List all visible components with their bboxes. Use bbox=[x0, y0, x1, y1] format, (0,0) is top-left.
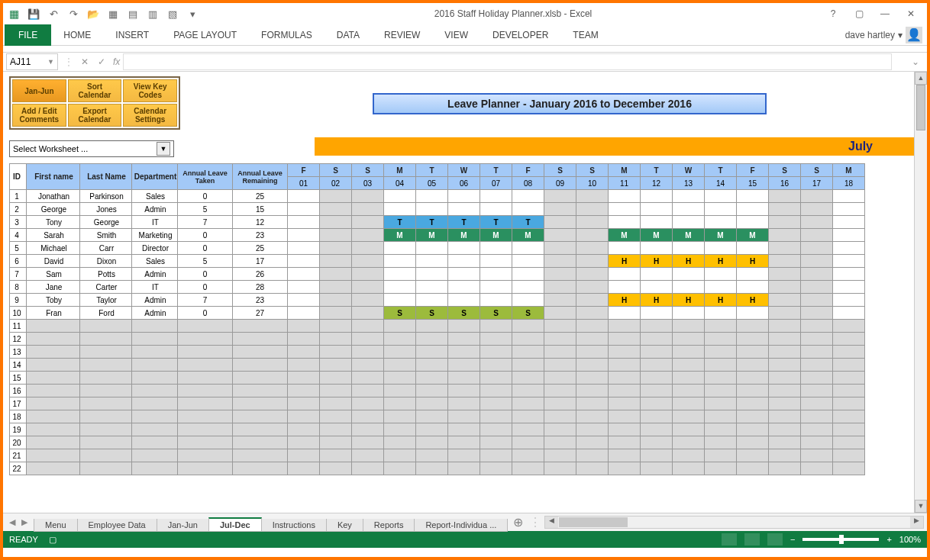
table-row[interactable]: 11 bbox=[10, 320, 865, 333]
add-edit-comments-button[interactable]: Add / Edit Comments bbox=[12, 104, 66, 127]
tab-review[interactable]: REVIEW bbox=[372, 24, 432, 46]
undo-icon[interactable]: ↶ bbox=[46, 6, 61, 21]
worksheet-content[interactable]: Jan-Jun Sort Calendar View Key Codes Add… bbox=[3, 72, 914, 513]
normal-view-icon[interactable] bbox=[722, 533, 737, 546]
tab-nav-next-icon[interactable]: ▶ bbox=[21, 517, 27, 527]
tab-page-layout[interactable]: PAGE LAYOUT bbox=[161, 24, 249, 46]
sheet-tab-employee-data[interactable]: Employee Data bbox=[77, 519, 157, 532]
status-bar: READY ▢ − + 100% bbox=[3, 531, 927, 548]
zoom-out-icon[interactable]: − bbox=[790, 535, 795, 544]
macro-record-icon[interactable]: ▢ bbox=[49, 535, 57, 545]
table-row[interactable]: 22 bbox=[10, 462, 865, 475]
tab-developer[interactable]: DEVELOPER bbox=[480, 24, 560, 46]
zoom-slider[interactable] bbox=[802, 538, 879, 541]
name-box-dropdown-icon[interactable]: ▼ bbox=[47, 58, 54, 66]
close-icon[interactable]: ✕ bbox=[901, 6, 921, 21]
qat-icon-5[interactable]: 📂 bbox=[86, 6, 101, 21]
zoom-in-icon[interactable]: + bbox=[886, 535, 891, 544]
sheet-tab-jan-jun[interactable]: Jan-Jun bbox=[157, 519, 209, 532]
tab-data[interactable]: DATA bbox=[325, 24, 372, 46]
avatar-icon: 👤 bbox=[906, 27, 922, 43]
jan-jun-button[interactable]: Jan-Jun bbox=[12, 79, 66, 102]
formula-input[interactable] bbox=[123, 53, 892, 70]
planner-table[interactable]: IDFirst nameLast NameDepartmentAnnual Le… bbox=[9, 163, 865, 475]
name-box-value: AJ11 bbox=[10, 56, 31, 67]
redo-icon[interactable]: ↷ bbox=[66, 6, 81, 21]
table-row[interactable]: 19 bbox=[10, 423, 865, 436]
expand-formula-icon[interactable]: ⌄ bbox=[907, 56, 924, 67]
status-ready: READY bbox=[9, 535, 38, 545]
tab-insert[interactable]: INSERT bbox=[103, 24, 161, 46]
export-calendar-button[interactable]: Export Calendar bbox=[68, 104, 122, 127]
scroll-up-icon[interactable]: ▲ bbox=[915, 72, 927, 85]
enter-icon[interactable]: ✓ bbox=[93, 56, 110, 67]
table-row[interactable]: 9TobyTaylorAdmin723HHHHH bbox=[10, 294, 865, 307]
ribbon-display-icon[interactable]: ▢ bbox=[849, 6, 869, 21]
scroll-right-icon[interactable]: ▶ bbox=[910, 517, 923, 528]
table-row[interactable]: 8JaneCarterIT028 bbox=[10, 281, 865, 294]
formula-bar: AJ11 ▼ ⋮ ✕ ✓ fx ⌄ bbox=[3, 52, 927, 72]
cancel-icon[interactable]: ✕ bbox=[76, 56, 93, 67]
qat-icon-8[interactable]: ▥ bbox=[145, 6, 160, 21]
month-header-row: July bbox=[315, 137, 914, 156]
table-row[interactable]: 12 bbox=[10, 333, 865, 346]
sheet-tab-reports[interactable]: Reports bbox=[363, 519, 415, 532]
table-row[interactable]: 6DavidDixonSales517HHHHH bbox=[10, 255, 865, 268]
worksheet-select-dropdown-icon[interactable]: ▼ bbox=[157, 142, 170, 156]
table-row[interactable]: 20 bbox=[10, 436, 865, 449]
sheet-tab-report-individua-[interactable]: Report-Individua ... bbox=[414, 519, 508, 532]
table-row[interactable]: 2GeorgeJonesAdmin515 bbox=[10, 203, 865, 216]
planner-title: Leave Planner - January 2016 to December… bbox=[373, 93, 767, 114]
help-icon[interactable]: ? bbox=[823, 6, 843, 21]
table-row[interactable]: 1JonathanParkinsonSales025 bbox=[10, 190, 865, 203]
sheet-tab-instructions[interactable]: Instructions bbox=[261, 519, 327, 532]
planner-toolbar: Jan-Jun Sort Calendar View Key Codes Add… bbox=[9, 76, 180, 130]
user-account[interactable]: dave hartley ▾ 👤 bbox=[845, 27, 927, 43]
scroll-down-icon[interactable]: ▼ bbox=[915, 500, 927, 513]
qat-dropdown-icon[interactable]: ▾ bbox=[185, 6, 200, 21]
tab-nav-prev-icon[interactable]: ◀ bbox=[9, 517, 15, 527]
table-row[interactable]: 7SamPottsAdmin026 bbox=[10, 268, 865, 281]
tab-view[interactable]: VIEW bbox=[432, 24, 480, 46]
calendar-settings-button[interactable]: Calendar Settings bbox=[123, 104, 177, 127]
horizontal-scrollbar[interactable]: ◀ ▶ bbox=[544, 516, 924, 529]
qat-icon-7[interactable]: ▤ bbox=[125, 6, 140, 21]
qat-icon-9[interactable]: ▧ bbox=[165, 6, 180, 21]
save-icon[interactable]: 💾 bbox=[26, 6, 41, 21]
tab-home[interactable]: HOME bbox=[51, 24, 103, 46]
table-row[interactable]: 5MichaelCarrDirector025 bbox=[10, 242, 865, 255]
table-row[interactable]: 16 bbox=[10, 385, 865, 397]
table-row[interactable]: 18 bbox=[10, 410, 865, 423]
table-row[interactable]: 4SarahSmithMarketing023MMMMMMMMMM bbox=[10, 229, 865, 242]
qat-icon-6[interactable]: ▦ bbox=[105, 6, 121, 21]
new-sheet-icon[interactable]: ⊕ bbox=[507, 515, 529, 529]
table-row[interactable]: 13 bbox=[10, 346, 865, 359]
fx-icon[interactable]: fx bbox=[110, 56, 123, 67]
table-row[interactable]: 14 bbox=[10, 359, 865, 372]
page-break-view-icon[interactable] bbox=[767, 533, 783, 546]
hscroll-thumb[interactable] bbox=[559, 517, 628, 527]
view-key-codes-button[interactable]: View Key Codes bbox=[123, 79, 177, 102]
tab-team[interactable]: TEAM bbox=[560, 24, 610, 46]
table-row[interactable]: 15 bbox=[10, 372, 865, 385]
tab-file[interactable]: FILE bbox=[5, 24, 51, 46]
sheet-tab-key[interactable]: Key bbox=[326, 519, 363, 532]
sheet-tab-menu[interactable]: Menu bbox=[34, 519, 78, 532]
table-row[interactable]: 10FranFordAdmin027SSSSS bbox=[10, 307, 865, 320]
scroll-thumb[interactable] bbox=[916, 85, 925, 130]
minimize-icon[interactable]: — bbox=[875, 6, 895, 21]
table-row[interactable]: 17 bbox=[10, 397, 865, 410]
tab-formulas[interactable]: FORMULAS bbox=[249, 24, 325, 46]
table-row[interactable]: 3TonyGeorgeIT712TTTTT bbox=[10, 216, 865, 229]
name-box[interactable]: AJ11 ▼ bbox=[6, 53, 58, 70]
scroll-left-icon[interactable]: ◀ bbox=[545, 517, 558, 528]
table-row[interactable]: 21 bbox=[10, 449, 865, 462]
sheet-tab-jul-dec[interactable]: Jul-Dec bbox=[208, 517, 262, 532]
worksheet-select-label: Select Worksheet ... bbox=[13, 144, 88, 153]
sort-calendar-button[interactable]: Sort Calendar bbox=[68, 79, 122, 102]
vertical-scrollbar[interactable]: ▲ ▼ bbox=[914, 72, 927, 513]
zoom-level[interactable]: 100% bbox=[899, 535, 921, 544]
page-layout-view-icon[interactable] bbox=[744, 533, 760, 546]
worksheet-select[interactable]: Select Worksheet ... ▼ bbox=[9, 140, 174, 157]
title-bar: ▦ 💾 ↶ ↷ 📂 ▦ ▤ ▥ ▧ ▾ 2016 Staff Holiday P… bbox=[3, 3, 927, 24]
